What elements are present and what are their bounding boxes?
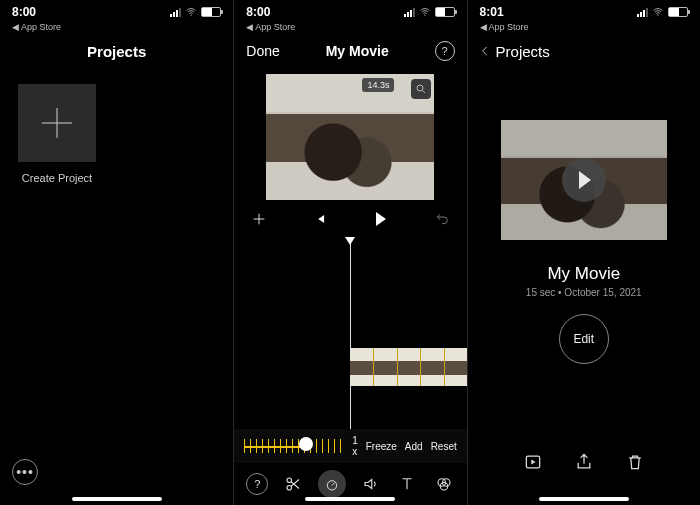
page-title: Projects	[0, 32, 233, 70]
titles-button[interactable]	[396, 473, 418, 495]
back-app-label: App Store	[21, 22, 61, 32]
cut-button[interactable]	[282, 473, 304, 495]
status-bar: 8:00	[0, 0, 233, 24]
status-bar: 8:00	[234, 0, 466, 24]
share-icon	[574, 452, 594, 472]
status-time: 8:00	[12, 5, 36, 19]
edit-label: Edit	[573, 332, 594, 346]
transport-bar	[234, 200, 466, 238]
delete-button[interactable]	[624, 451, 646, 473]
projects-screen: 8:00 ◀App Store Projects Create Project …	[0, 0, 233, 505]
add-media-button[interactable]	[250, 210, 268, 228]
speed-slider[interactable]	[244, 439, 344, 453]
add-icon	[251, 211, 267, 227]
play-icon	[376, 212, 386, 226]
home-indicator[interactable]	[539, 497, 629, 501]
share-button[interactable]	[573, 451, 595, 473]
undo-button[interactable]	[433, 210, 451, 228]
detail-toolbar	[468, 441, 700, 483]
chevron-left-icon	[478, 44, 492, 58]
text-icon	[398, 475, 416, 493]
edit-button[interactable]: Edit	[559, 314, 609, 364]
create-project-tile[interactable]	[18, 84, 96, 162]
freeze-button[interactable]: Freeze	[366, 441, 397, 452]
video-clip[interactable]	[350, 348, 466, 386]
back-to-app[interactable]: ◀App Store	[234, 22, 466, 32]
scissors-icon	[284, 475, 302, 493]
editor-header: Done My Movie ?	[234, 32, 466, 70]
status-icons	[404, 6, 455, 18]
skip-back-button[interactable]	[311, 210, 329, 228]
battery-icon	[435, 7, 455, 17]
timecode-badge: 14.3s	[362, 78, 394, 92]
svg-point-0	[191, 14, 192, 15]
playhead[interactable]	[350, 238, 351, 429]
more-button[interactable]: •••	[12, 459, 38, 485]
create-project-label: Create Project	[18, 172, 96, 184]
back-app-label: App Store	[255, 22, 295, 32]
status-icons	[637, 6, 688, 18]
signal-icon	[404, 8, 415, 17]
editor-screen: 8:00 ◀App Store Done My Movie ? 14.3s	[233, 0, 466, 505]
speed-control-bar: 1 x Freeze Add Reset	[234, 429, 466, 463]
volume-icon	[362, 475, 380, 493]
trash-icon	[625, 452, 645, 472]
signal-icon	[170, 8, 181, 17]
signal-icon	[637, 8, 648, 17]
back-to-app[interactable]: ◀App Store	[0, 22, 233, 32]
svg-point-9	[657, 14, 658, 15]
svg-point-4	[287, 478, 292, 483]
status-bar: 8:01	[468, 0, 700, 24]
home-indicator[interactable]	[72, 497, 162, 501]
play-project-button[interactable]	[522, 451, 544, 473]
speed-icon	[324, 476, 340, 492]
help-button[interactable]: ?	[246, 473, 268, 495]
home-indicator[interactable]	[305, 497, 395, 501]
play-overlay[interactable]	[562, 158, 606, 202]
done-button[interactable]: Done	[246, 43, 279, 59]
preview-thumbnail	[266, 74, 434, 200]
filters-button[interactable]	[433, 473, 455, 495]
status-time: 8:00	[246, 5, 270, 19]
preview-video[interactable]: 14.3s	[266, 74, 434, 200]
movie-title: My Movie	[326, 43, 389, 59]
play-button[interactable]	[372, 210, 390, 228]
project-thumbnail[interactable]	[501, 120, 667, 240]
wifi-icon	[185, 6, 197, 18]
speed-value: 1 x	[352, 435, 358, 457]
svg-point-1	[424, 14, 425, 15]
back-app-label: App Store	[489, 22, 529, 32]
speed-button[interactable]	[318, 470, 346, 498]
status-icons	[170, 6, 221, 18]
wifi-icon	[652, 6, 664, 18]
add-button[interactable]: Add	[405, 441, 423, 452]
editor-bottom-panel: 1 x Freeze Add Reset ?	[234, 429, 466, 505]
ellipsis-icon: •••	[16, 464, 34, 480]
battery-icon	[201, 7, 221, 17]
filters-icon	[435, 475, 453, 493]
timeline[interactable]	[234, 238, 466, 429]
plus-icon	[42, 108, 72, 138]
reset-button[interactable]: Reset	[431, 441, 457, 452]
back-button[interactable]: Projects	[468, 32, 700, 70]
zoom-button[interactable]	[411, 79, 431, 99]
zoom-icon	[415, 83, 427, 95]
skip-back-icon	[313, 212, 327, 226]
project-subtitle: 15 sec • October 15, 2021	[468, 287, 700, 298]
project-title: My Movie	[468, 264, 700, 284]
help-button[interactable]: ?	[435, 41, 455, 61]
undo-icon	[434, 211, 450, 227]
volume-button[interactable]	[360, 473, 382, 495]
battery-icon	[668, 7, 688, 17]
back-to-app[interactable]: ◀App Store	[468, 22, 700, 32]
project-detail-screen: 8:01 ◀App Store Projects My Movie 15 sec…	[467, 0, 700, 505]
back-label: Projects	[496, 43, 550, 60]
play-icon	[579, 171, 591, 189]
play-box-icon	[523, 452, 543, 472]
svg-point-2	[417, 85, 423, 91]
svg-point-3	[287, 486, 292, 491]
status-time: 8:01	[480, 5, 504, 19]
wifi-icon	[419, 6, 431, 18]
